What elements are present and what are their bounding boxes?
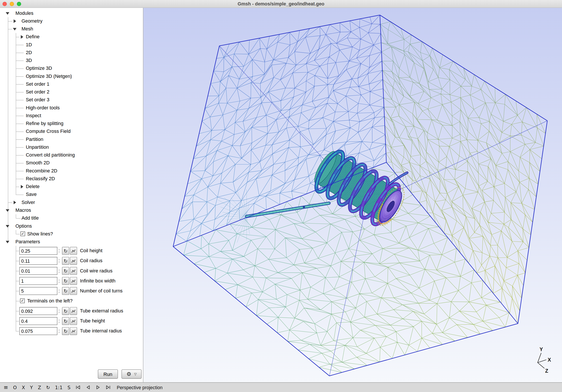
collapse-arrow-icon[interactable] [13, 28, 16, 31]
play-button[interactable] [95, 385, 101, 390]
reload-icon: ↻ [64, 258, 68, 263]
collapse-arrow-icon[interactable] [6, 209, 9, 212]
menu-button[interactable]: ≡ [3, 384, 8, 391]
param-input-coil-radius[interactable] [19, 257, 57, 265]
tree-item-unpartition[interactable]: Unpartition [0, 143, 143, 151]
y-view-button[interactable]: Y [30, 385, 33, 390]
plot-icon [71, 319, 76, 323]
tree-item-high-order-tools[interactable]: High-order tools [0, 104, 143, 112]
param-input-coil-height[interactable] [19, 247, 57, 255]
tree-item-compute-cross-field[interactable]: Compute Cross Field [0, 128, 143, 135]
plot-icon [71, 309, 76, 313]
tree-item-options[interactable]: Options [0, 222, 143, 230]
one-to-one-button[interactable]: 1:1 [55, 385, 62, 390]
param-input-coil-wire-radius[interactable] [19, 267, 57, 275]
param-input-number-of-coil-turns[interactable] [19, 287, 57, 295]
close-button[interactable] [3, 2, 7, 6]
graphic-viewport[interactable]: YXZ [143, 8, 562, 382]
tree-item-1d[interactable]: 1D [0, 41, 143, 49]
tree-item-2d[interactable]: 2D [0, 49, 143, 57]
tree-item-partition[interactable]: Partition [0, 135, 143, 143]
plot-value-button[interactable] [70, 307, 77, 315]
rotate-view-button[interactable]: ↻ [46, 385, 50, 390]
projection-status[interactable]: Perspective projection [117, 385, 163, 390]
collapse-arrow-icon[interactable] [6, 225, 9, 228]
selection-button[interactable]: S [68, 385, 71, 390]
param-input-tube-internal-radius[interactable] [19, 327, 57, 335]
reload-value-button[interactable]: ↻ [62, 267, 69, 275]
tree-item-set-order-1[interactable]: Set order 1 [0, 80, 143, 88]
plot-value-button[interactable] [70, 247, 77, 255]
tree-item-set-order-2[interactable]: Set order 2 [0, 88, 143, 96]
tree-item-add-title[interactable]: Add title [0, 214, 143, 222]
tree-item-optimize-3d[interactable]: Optimize 3D [0, 65, 143, 72]
plot-value-button[interactable] [70, 287, 77, 295]
param-row-tube-height: :↻Tube height [0, 316, 143, 326]
param-separator: : [59, 248, 60, 253]
plot-value-button[interactable] [70, 257, 77, 265]
checkbox-terminals-on-the-left[interactable]: ✓ [20, 298, 24, 303]
window-title: Gmsh - demos/simple_geo/indheat.geo [238, 1, 324, 7]
plot-icon [71, 259, 76, 263]
reload-value-button[interactable]: ↻ [62, 317, 69, 325]
param-input-tube-external-radius[interactable] [19, 307, 57, 315]
reload-value-button[interactable]: ↻ [62, 247, 69, 255]
tree-item-optimize-3d-netgen[interactable]: Optimize 3D (Netgen) [0, 72, 143, 80]
reload-value-button[interactable]: ↻ [62, 257, 69, 265]
tree-item-smooth-2d[interactable]: Smooth 2D [0, 159, 143, 167]
param-label: Tube height [80, 318, 105, 323]
tree-item-3d[interactable]: 3D [0, 57, 143, 64]
expand-arrow-icon[interactable] [14, 201, 16, 204]
expand-arrow-icon[interactable] [21, 35, 23, 39]
tree-item-refine-by-splitting[interactable]: Refine by splitting [0, 119, 143, 127]
plot-icon [71, 289, 76, 293]
rewind-button[interactable] [75, 385, 81, 390]
param-input-infinite-box-width[interactable] [19, 277, 57, 285]
tree-item-geometry[interactable]: Geometry [0, 17, 143, 25]
reload-value-button[interactable]: ↻ [62, 307, 69, 315]
collapse-arrow-icon[interactable] [6, 12, 9, 15]
ortho-button[interactable]: O [13, 385, 17, 390]
zoom-button[interactable] [17, 2, 21, 6]
checkbox-show-lines[interactable]: ✓ [20, 232, 25, 236]
plot-value-button[interactable] [70, 267, 77, 275]
expand-arrow-icon[interactable] [21, 185, 23, 188]
minimize-button[interactable] [10, 2, 14, 6]
tree-item-save[interactable]: Save [0, 191, 143, 199]
tree-item-recombine-2d[interactable]: Recombine 2D [0, 167, 143, 175]
param-separator: : [59, 258, 60, 263]
settings-menu-button[interactable]: ⚙ ▽ [122, 369, 141, 379]
collapse-arrow-icon[interactable] [6, 241, 9, 244]
param-input-tube-height[interactable] [19, 317, 57, 325]
tree-item-set-order-3[interactable]: Set order 3 [0, 96, 143, 104]
expand-arrow-icon[interactable] [14, 19, 16, 23]
reload-value-button[interactable]: ↻ [62, 327, 69, 335]
run-button[interactable]: Run [98, 369, 118, 379]
reload-value-button[interactable]: ↻ [62, 277, 69, 285]
reload-value-button[interactable]: ↻ [62, 287, 69, 295]
plot-value-button[interactable] [70, 277, 77, 285]
x-view-button[interactable]: X [22, 385, 25, 390]
step-forward-button[interactable] [105, 385, 111, 390]
tree-item-mesh[interactable]: Mesh [0, 25, 143, 33]
rewind-icon [75, 385, 81, 390]
param-row-terminals-on-the-left[interactable]: ✓Terminals on the left? [0, 297, 143, 305]
tree-item-solver[interactable]: Solver [0, 199, 143, 206]
tree-item-label: 2D [26, 50, 32, 55]
title-bar: Gmsh - demos/simple_geo/indheat.geo [0, 0, 562, 8]
tree-item-modules[interactable]: Modules [0, 9, 143, 17]
tree-item-delete[interactable]: Delete [0, 183, 143, 191]
tree-item-macros[interactable]: Macros [0, 206, 143, 214]
z-view-button[interactable]: Z [38, 385, 41, 390]
plot-value-button[interactable] [70, 327, 77, 335]
3d-scene[interactable]: YXZ [143, 8, 562, 382]
tree-item-reclassify-2d[interactable]: Reclassify 2D [0, 175, 143, 183]
tree-item-show-lines[interactable]: ✓Show lines? [0, 230, 143, 238]
module-tree-panel: Run ⚙ ▽ ModulesGeometryMeshDefine1D2D3DO… [0, 8, 143, 382]
tree-item-define[interactable]: Define [0, 33, 143, 41]
step-back-button[interactable] [85, 385, 91, 390]
tree-item-inspect[interactable]: Inspect [0, 112, 143, 119]
tree-item-convert-old-partitioning[interactable]: Convert old partitioning [0, 151, 143, 159]
tree-item-parameters[interactable]: Parameters [0, 238, 143, 246]
plot-value-button[interactable] [70, 317, 77, 325]
